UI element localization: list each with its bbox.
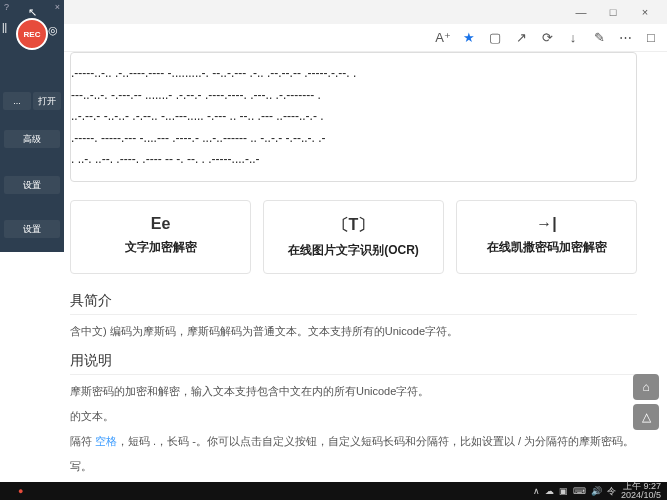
camera-icon[interactable]: ◎ bbox=[48, 24, 58, 37]
tray-icon[interactable]: 令 bbox=[607, 485, 616, 498]
tray-icon[interactable]: ∧ bbox=[533, 486, 540, 496]
help-icon[interactable]: ? bbox=[4, 2, 9, 12]
cursor-icon: ↖ bbox=[28, 6, 37, 19]
downloads-icon[interactable]: ↓ bbox=[565, 30, 581, 46]
card-ocr[interactable]: 〔T〕 在线图片文字识别(OCR) bbox=[263, 200, 444, 274]
ocr-icon: 〔T〕 bbox=[270, 215, 437, 236]
sidebar-icon[interactable]: □ bbox=[643, 30, 659, 46]
more-icon[interactable]: ⋯ bbox=[617, 30, 633, 46]
caesar-icon: →| bbox=[463, 215, 630, 233]
text-icon: Ee bbox=[77, 215, 244, 233]
extensions-icon[interactable]: ✎ bbox=[591, 30, 607, 46]
win-minimize[interactable]: — bbox=[567, 6, 595, 18]
card-title: 文字加密解密 bbox=[77, 239, 244, 256]
collections-icon[interactable]: ▢ bbox=[487, 30, 503, 46]
taskbar: ● ∧ ☁ ▣ ⌨ 🔊 令 上午 9:27 2024/10/5 bbox=[0, 482, 667, 500]
morse-output: .-----..-.. .-..----.---- -.........-. -… bbox=[70, 52, 637, 182]
tray-icon[interactable]: ☁ bbox=[545, 486, 554, 496]
usage-text: 摩斯密码的加密和解密，输入文本支持包含中文在内的所有Unicode字符。 bbox=[70, 381, 637, 402]
scroll-up-button[interactable]: △ bbox=[633, 404, 659, 430]
card-title: 在线凯撒密码加密解密 bbox=[463, 239, 630, 256]
pause-icon[interactable]: || bbox=[2, 22, 7, 33]
read-aloud-icon[interactable]: A⁺ bbox=[435, 30, 451, 46]
win-maximize[interactable]: □ bbox=[599, 6, 627, 18]
intro-text: 含中文) 编码为摩斯码，摩斯码解码为普通文本。文本支持所有的Unicode字符。 bbox=[70, 321, 637, 342]
intro-heading: 具简介 bbox=[70, 292, 637, 315]
recorder-panel: ? × REC || ◎ ... 打开 高级 设置 设置 bbox=[0, 0, 64, 252]
refresh-icon[interactable]: ⟳ bbox=[539, 30, 555, 46]
win-close[interactable]: × bbox=[631, 6, 659, 18]
close-icon[interactable]: × bbox=[55, 2, 60, 12]
usage-text: 的文本。 bbox=[70, 406, 637, 427]
tray-icon[interactable]: ▣ bbox=[559, 486, 568, 496]
tray-icon[interactable]: ⌨ bbox=[573, 486, 586, 496]
settings-button[interactable]: 设置 bbox=[4, 176, 60, 194]
advanced-button[interactable]: 高级 bbox=[4, 130, 60, 148]
scroll-top-button[interactable]: ⌂ bbox=[633, 374, 659, 400]
settings2-button[interactable]: 设置 bbox=[4, 220, 60, 238]
browser-toolbar: A⁺ ★ ▢ ↗ ⟳ ↓ ✎ ⋯ □ bbox=[0, 24, 667, 52]
usage-heading: 用说明 bbox=[70, 352, 637, 375]
taskbar-rec-icon[interactable]: ● bbox=[18, 486, 23, 496]
record-button[interactable]: REC bbox=[16, 18, 48, 50]
card-caesar[interactable]: →| 在线凯撒密码加密解密 bbox=[456, 200, 637, 274]
taskbar-date: 2024/10/5 bbox=[621, 491, 661, 500]
open-prefix-button[interactable]: ... bbox=[3, 92, 31, 110]
open-button[interactable]: 打开 bbox=[33, 92, 61, 110]
tray-icon[interactable]: 🔊 bbox=[591, 486, 602, 496]
usage-text: 隔符 空格，短码 .，长码 -。你可以点击自定义按钮，自定义短码长码和分隔符，比… bbox=[70, 431, 637, 452]
share-icon[interactable]: ↗ bbox=[513, 30, 529, 46]
usage-text: 写。 bbox=[70, 456, 637, 477]
card-text-encrypt[interactable]: Ee 文字加密解密 bbox=[70, 200, 251, 274]
favorite-icon[interactable]: ★ bbox=[461, 30, 477, 46]
card-title: 在线图片文字识别(OCR) bbox=[270, 242, 437, 259]
space-link[interactable]: 空格 bbox=[95, 435, 117, 447]
